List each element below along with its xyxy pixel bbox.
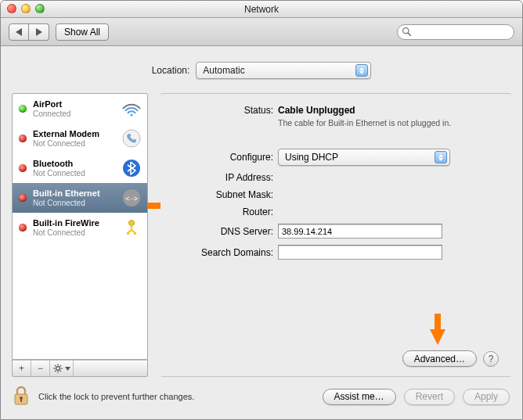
service-status: Connected — [33, 109, 114, 119]
dns-server-label: DNS Server: — [168, 226, 278, 237]
ethernet-icon: <··> — [121, 187, 142, 209]
popup-arrows-icon — [355, 64, 368, 77]
service-status: Not Connected — [33, 199, 114, 208]
status-label: Status: — [168, 105, 278, 128]
service-status: Not Connected — [33, 139, 114, 149]
add-service-button[interactable]: + — [13, 361, 31, 376]
gear-icon — [52, 363, 63, 374]
svg-point-4 — [130, 113, 132, 116]
advanced-row: Advanced… ? — [402, 350, 499, 367]
toolbar: Show All — [1, 18, 522, 46]
bluetooth-icon — [121, 157, 142, 179]
svg-text:<··>: <··> — [125, 195, 138, 203]
status-row: Status: Cable Unplugged The cable for Bu… — [168, 105, 496, 131]
svg-point-9 — [129, 221, 135, 226]
router-label: Router: — [168, 206, 278, 217]
status-value: Cable Unplugged — [278, 105, 496, 116]
service-name: Built-in Ethernet — [33, 188, 114, 199]
back-button[interactable] — [9, 23, 29, 41]
advanced-button[interactable]: Advanced… — [402, 350, 477, 367]
chevron-down-icon — [65, 367, 70, 371]
configure-label: Configure: — [168, 152, 278, 163]
revert-button[interactable]: Revert — [404, 389, 455, 405]
svg-marker-0 — [16, 28, 22, 36]
service-name: Bluetooth — [33, 159, 114, 169]
nav-segment — [9, 23, 49, 41]
help-button[interactable]: ? — [483, 351, 499, 367]
body: Location: Automatic AirPort Connected — [1, 46, 522, 419]
bottom-buttons: Assist me… Revert Apply — [323, 389, 510, 405]
show-all-button[interactable]: Show All — [56, 23, 109, 41]
popup-arrows-icon — [435, 151, 447, 163]
firewire-icon — [121, 217, 142, 239]
sidebar-wrap: AirPort Connected External Modem Not Con… — [12, 93, 148, 377]
window-title: Network — [244, 4, 279, 15]
location-popup[interactable]: Automatic — [196, 62, 371, 79]
titlebar: Network — [1, 1, 522, 18]
apply-button[interactable]: Apply — [463, 389, 510, 405]
assist-me-button[interactable]: Assist me… — [323, 389, 396, 405]
configure-popup[interactable]: Using DHCP — [278, 149, 450, 166]
lock-icon[interactable] — [12, 385, 31, 408]
search-domains-input[interactable] — [278, 245, 442, 260]
window-controls — [7, 4, 45, 13]
annotation-arrow-advanced — [425, 314, 449, 345]
zoom-window-button[interactable] — [35, 4, 45, 13]
search-domains-label: Search Domains: — [168, 247, 278, 258]
status-description: The cable for Built-in Ethernet is not p… — [278, 118, 458, 128]
status-dot-icon — [19, 105, 27, 113]
status-dot-icon — [19, 224, 27, 232]
triangle-right-icon — [36, 28, 42, 36]
close-window-button[interactable] — [7, 4, 16, 13]
lock-text: Click the lock to prevent further change… — [38, 392, 315, 401]
svg-line-17 — [55, 365, 56, 367]
dns-server-row: DNS Server: — [168, 224, 496, 239]
service-airport[interactable]: AirPort Connected — [13, 94, 147, 124]
wifi-icon — [121, 98, 142, 120]
triangle-left-icon — [16, 28, 22, 36]
question-icon: ? — [489, 354, 494, 364]
service-external-modem[interactable]: External Modem Not Connected — [13, 124, 147, 153]
main-row: AirPort Connected External Modem Not Con… — [1, 93, 522, 377]
subnet-mask-row: Subnet Mask: — [168, 189, 496, 200]
search-icon — [402, 27, 412, 37]
bottom-bar: Click the lock to prevent further change… — [1, 377, 522, 419]
service-list: AirPort Connected External Modem Not Con… — [12, 93, 148, 360]
action-menu-button[interactable] — [50, 361, 74, 376]
svg-line-18 — [60, 370, 61, 372]
svg-point-12 — [56, 367, 60, 371]
service-bluetooth[interactable]: Bluetooth Not Connected — [13, 153, 147, 183]
minimize-window-button[interactable] — [21, 4, 31, 13]
service-name: Built-in FireWire — [33, 218, 114, 228]
remove-service-button[interactable]: − — [31, 361, 50, 376]
location-label: Location: — [152, 65, 190, 76]
status-dot-icon — [19, 194, 27, 202]
search-input[interactable] — [397, 24, 514, 40]
svg-rect-10 — [127, 232, 129, 235]
configure-value: Using DHCP — [285, 152, 338, 163]
service-name: External Modem — [33, 129, 114, 139]
svg-rect-11 — [134, 232, 136, 235]
status-dot-icon — [19, 135, 27, 142]
svg-line-20 — [60, 365, 61, 367]
service-status: Not Connected — [33, 228, 114, 238]
svg-rect-24 — [20, 399, 22, 402]
configure-row: Configure: Using DHCP — [168, 149, 496, 166]
ip-address-label: IP Address: — [168, 172, 278, 183]
status-dot-icon — [19, 164, 27, 172]
svg-line-19 — [55, 370, 56, 372]
service-built-in-ethernet[interactable]: Built-in Ethernet Not Connected <··> — [13, 183, 147, 213]
svg-marker-1 — [36, 28, 42, 36]
dns-server-input[interactable] — [278, 224, 442, 239]
router-row: Router: — [168, 206, 496, 217]
location-value: Automatic — [203, 65, 244, 76]
phone-icon — [121, 127, 142, 149]
search-domains-row: Search Domains: — [168, 245, 496, 260]
search-wrap — [397, 24, 514, 40]
svg-marker-21 — [65, 367, 70, 371]
service-built-in-firewire[interactable]: Built-in FireWire Not Connected — [13, 213, 147, 242]
ip-address-row: IP Address: — [168, 172, 496, 183]
forward-button[interactable] — [29, 23, 49, 41]
subnet-mask-label: Subnet Mask: — [168, 189, 278, 200]
svg-line-3 — [408, 33, 410, 35]
